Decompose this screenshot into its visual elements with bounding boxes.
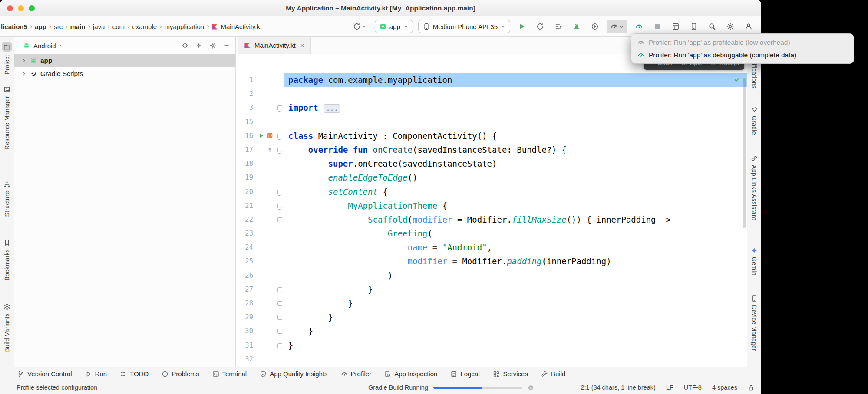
collapse-all-icon[interactable] [195, 42, 202, 49]
code-text[interactable]: } [284, 282, 747, 296]
indent-style[interactable]: 4 spaces [712, 384, 737, 391]
readonly-toggle-icon[interactable] [748, 384, 754, 391]
gutter-icons[interactable] [253, 269, 276, 282]
code-text[interactable]: } [284, 338, 747, 352]
code-line[interactable]: 30 } [236, 324, 747, 338]
attach-debugger-button[interactable] [588, 20, 601, 33]
line-separator[interactable]: LF [666, 384, 673, 391]
code-line[interactable]: 28 } [236, 296, 747, 310]
code-text[interactable]: super.onCreate(savedInstanceState) [284, 157, 747, 171]
gutter-icons[interactable] [253, 324, 276, 338]
code-line[interactable]: 25 modifier = Modifier.padding(innerPadd… [236, 254, 747, 268]
close-window-button[interactable] [7, 5, 13, 11]
code-line[interactable]: 2 [236, 87, 747, 101]
gutter-icons[interactable] [253, 185, 276, 199]
editor-scrollbar[interactable] [743, 78, 746, 228]
breadcrumb-item[interactable]: main › [70, 23, 93, 30]
fold-marker[interactable] [276, 213, 284, 227]
code-text[interactable]: Scaffold(modifier = Modifier.fillMaxSize… [284, 213, 747, 227]
code-line[interactable]: 18 super.onCreate(savedInstanceState) [236, 157, 747, 171]
tool-window-button[interactable]: App Quality Insights [260, 370, 327, 378]
gutter-icons[interactable] [253, 157, 276, 171]
tool-window-button[interactable]: Project [2, 42, 12, 75]
stop-button[interactable] [651, 20, 664, 33]
code-text[interactable] [284, 115, 747, 129]
breadcrumb-item[interactable]: example › [132, 23, 164, 30]
debug-button[interactable] [570, 20, 583, 33]
code-line[interactable]: 16class MainActivity : ComponentActivity… [236, 129, 747, 143]
cancel-build-button[interactable] [528, 384, 534, 391]
account-button[interactable] [742, 20, 755, 33]
tool-window-button[interactable]: App Inspection [384, 370, 437, 378]
gutter-icons[interactable] [253, 101, 276, 115]
project-view-select[interactable]: Android [20, 40, 68, 51]
code-text[interactable]: Greeting( [284, 227, 747, 240]
run-button[interactable] [515, 20, 528, 33]
code-line[interactable]: 32 [236, 352, 747, 366]
fold-marker[interactable] [276, 324, 284, 338]
gutter-icons[interactable] [253, 296, 276, 310]
tool-window-button[interactable]: Device Manager [751, 295, 758, 351]
code-text[interactable]: name = "Android", [284, 240, 747, 254]
gutter-icons[interactable] [253, 199, 276, 213]
fold-marker[interactable] [276, 338, 284, 352]
code-line[interactable]: 29 } [236, 310, 747, 324]
tool-window-button[interactable]: Build [541, 370, 565, 378]
tool-window-button[interactable]: Gemini [751, 247, 758, 277]
compose-icon[interactable] [267, 132, 273, 139]
search-everywhere-button[interactable] [706, 20, 719, 33]
tool-window-button[interactable]: Logcat [450, 370, 480, 378]
fold-marker[interactable] [276, 282, 284, 296]
code-line[interactable]: 23 Greeting( [236, 227, 747, 240]
gutter-icons[interactable] [253, 282, 276, 296]
code-text[interactable]: MyApplicationTheme { [284, 199, 747, 213]
tree-item[interactable]: Gradle Scripts [14, 67, 235, 80]
profiler-button[interactable] [607, 20, 627, 33]
breadcrumb-item[interactable]: lication5 › [1, 23, 35, 30]
tool-window-button[interactable]: Gradle [751, 106, 758, 135]
file-encoding[interactable]: UTF-8 [684, 384, 702, 391]
gutter-icons[interactable] [253, 352, 276, 366]
code-line[interactable]: 27 } [236, 282, 747, 296]
running-devices-button[interactable] [687, 20, 700, 33]
code-line[interactable]: 19 enableEdgeToEdge() [236, 171, 747, 184]
gutter-icons[interactable] [253, 171, 276, 184]
code-line[interactable]: 1package com.example.myapplication [236, 73, 747, 87]
breadcrumb-item[interactable]: java › [93, 23, 112, 30]
fold-marker[interactable] [276, 199, 284, 213]
tool-window-button[interactable]: Profiler [341, 370, 372, 378]
breadcrumb-item[interactable]: com › [112, 23, 132, 30]
gutter-icons[interactable] [253, 143, 276, 157]
settings-button[interactable] [724, 20, 737, 33]
fold-marker[interactable] [276, 310, 284, 324]
code-line[interactable]: 24 name = "Android", [236, 240, 747, 254]
code-text[interactable]: setContent { [284, 185, 747, 199]
code-line[interactable]: 20 setContent { [236, 185, 747, 199]
panel-settings-icon[interactable] [209, 42, 216, 49]
fold-marker[interactable] [276, 101, 284, 115]
expand-chevron-icon[interactable] [21, 58, 26, 63]
device-select[interactable]: Medium Phone API 35 [418, 20, 510, 33]
code-text[interactable]: enableEdgeToEdge() [284, 171, 747, 184]
override-icon[interactable] [267, 147, 273, 153]
code-text[interactable] [284, 87, 747, 101]
inspections-ok-icon[interactable] [733, 76, 741, 83]
code-text[interactable]: } [284, 324, 747, 338]
tool-window-button[interactable]: Build Variants [3, 303, 10, 352]
tab-mainactivity[interactable]: MainActivity.kt [238, 37, 311, 54]
tool-window-button[interactable]: Run [85, 370, 107, 378]
fold-marker[interactable] [276, 185, 284, 199]
gutter-icons[interactable] [253, 87, 276, 101]
code-editor[interactable]: 1package com.example.myapplication23impo… [236, 54, 747, 367]
code-text[interactable]: class MainActivity : ComponentActivity()… [284, 129, 747, 143]
gutter-icons[interactable] [253, 213, 276, 227]
tool-window-button[interactable]: Problems [162, 370, 199, 378]
gutter-icons[interactable] [253, 115, 276, 129]
code-text[interactable]: } [284, 310, 747, 324]
gutter-icons[interactable] [253, 338, 276, 352]
profiler-run-button[interactable] [633, 20, 646, 33]
code-text[interactable] [284, 352, 747, 366]
code-line[interactable]: 17 override fun onCreate(savedInstanceSt… [236, 143, 747, 157]
code-text[interactable]: package com.example.myapplication [284, 73, 747, 87]
gutter-icons[interactable] [253, 254, 276, 268]
